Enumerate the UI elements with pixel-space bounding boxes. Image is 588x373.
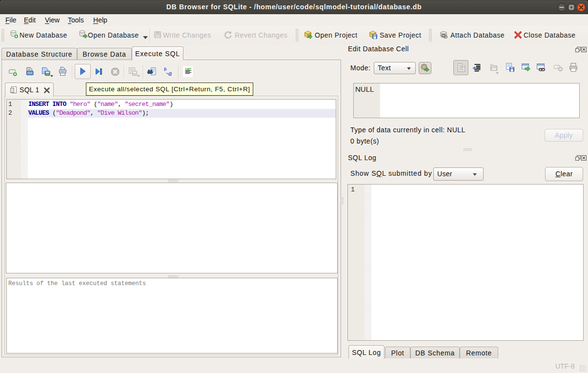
svg-text:b: b <box>164 66 167 72</box>
svg-text:a: a <box>168 70 172 77</box>
